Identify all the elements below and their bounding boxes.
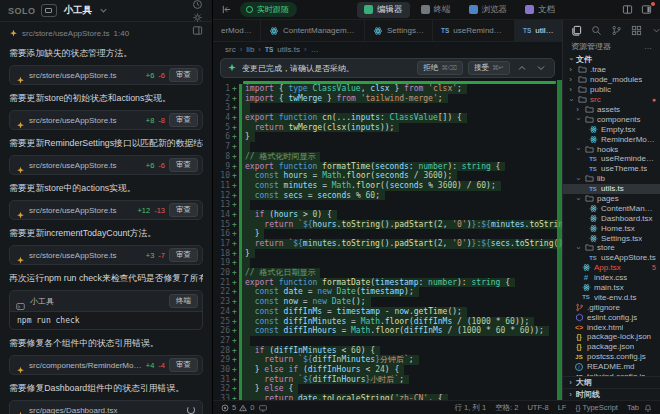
file-change-card[interactable]: src/store/useAppStore.ts +8 -8 审查 xyxy=(9,110,203,130)
file-tree-row[interactable]: › node_modules xyxy=(563,75,660,85)
view-tab-编辑器[interactable]: 编辑器 xyxy=(357,2,410,18)
accept-changes-button[interactable]: 接受⌘↵ xyxy=(468,61,510,75)
file-tree-row[interactable]: {} package-lock.json xyxy=(563,332,660,342)
code-line[interactable]: 16+ } xyxy=(213,229,562,239)
code-line[interactable]: 29+ return `${diffInMinutes}分钟后`; xyxy=(213,355,562,365)
review-button[interactable]: 审查 xyxy=(169,68,198,82)
code-line[interactable]: 8+// 格式化时间显示 xyxy=(213,152,562,162)
code-line[interactable]: 11+ const minutes = Math.floor((seconds … xyxy=(213,181,562,191)
file-tree-row[interactable]: {} package.json xyxy=(563,342,660,352)
file-tree-row[interactable]: main.tsx xyxy=(563,283,660,293)
file-tree-row[interactable]: › .trae xyxy=(563,65,660,75)
panel-right-icon[interactable] xyxy=(641,4,652,15)
view-tab-文档[interactable]: 文档 xyxy=(518,2,562,18)
code-line[interactable]: 9+export function formatTime(seconds: nu… xyxy=(213,162,562,172)
file-tree-row[interactable]: TS vite-env.d.ts xyxy=(563,292,660,302)
file-tree-row[interactable]: › pages xyxy=(563,194,660,204)
code-line[interactable]: 21+export function formatDate(timestamp:… xyxy=(213,278,562,288)
file-change-card[interactable]: src/components/ReminderModal.tsx +4 -4 审… xyxy=(9,355,203,375)
next-change-button[interactable] xyxy=(534,61,548,75)
status-item[interactable]: Tab xyxy=(627,403,639,412)
code-line[interactable]: 13+ xyxy=(213,200,562,210)
review-button[interactable]: 审查 xyxy=(169,358,198,372)
review-button[interactable]: 审查 xyxy=(169,203,198,217)
code-line[interactable]: 6+} xyxy=(213,132,562,142)
file-tree-row[interactable]: ReminderModal.tsx xyxy=(563,134,660,144)
code-line[interactable]: 26+ const diffInHours = Math.floor(diffI… xyxy=(213,326,562,336)
gear-icon[interactable] xyxy=(191,11,204,24)
blocks-icon[interactable] xyxy=(631,25,642,36)
file-tree-row[interactable]: App.tsx 5 xyxy=(563,263,660,273)
reject-changes-button[interactable]: 拒绝⌘⌫ xyxy=(417,61,463,75)
layout-icon[interactable] xyxy=(191,24,204,37)
file-tree-row[interactable]: › public xyxy=(563,85,660,95)
code-line[interactable]: 1+import { type ClassValue, clsx } from … xyxy=(213,84,562,94)
previous-change-button[interactable] xyxy=(515,61,529,75)
file-tree-row[interactable]: › lib xyxy=(563,174,660,184)
file-tree-row[interactable]: JS postcss.config.js xyxy=(563,352,660,362)
problems-indicator[interactable]: 5 0 xyxy=(221,403,254,412)
code-line[interactable]: 4+export function cn(...inputs: ClassVal… xyxy=(213,113,562,123)
files-section-header[interactable]: › 文件 xyxy=(563,53,660,65)
code-line[interactable]: 31+ return `${diffInHours}小时后`; xyxy=(213,375,562,385)
file-tree-row[interactable]: TS useAppStore.ts xyxy=(563,253,660,263)
editor-tab-useReminder.ts[interactable]: TSuseReminder.ts xyxy=(433,20,515,41)
view-tab-终端[interactable]: 终端 xyxy=(414,2,458,18)
code-line[interactable]: 17+ return `${minutes.toString().padStar… xyxy=(213,239,562,249)
code-line[interactable]: 14+ if (hours > 0) { xyxy=(213,210,562,220)
breadcrumb-item[interactable]: utils.ts xyxy=(277,45,300,54)
breadcrumb-item[interactable]: src xyxy=(225,45,236,54)
notifications-bell-icon[interactable] xyxy=(644,404,652,412)
overview-ruler[interactable] xyxy=(557,80,562,400)
code-line[interactable]: 27+ xyxy=(213,336,562,346)
chevron-down-icon[interactable] xyxy=(97,4,110,17)
timeline-section-header[interactable]: › 时间线 xyxy=(563,388,660,400)
live-follow-toggle[interactable]: 实时跟随 xyxy=(240,2,297,17)
status-item[interactable]: UTF-8 xyxy=(527,403,548,412)
code-line[interactable]: 25+ const diffInMinutes = Math.floor(dif… xyxy=(213,317,562,327)
breadcrumb[interactable]: src›lib›TSutils.ts›… xyxy=(213,42,562,56)
collapse-sidebar-icon[interactable] xyxy=(221,4,232,15)
file-tree-row[interactable]: TS useReminder.ts xyxy=(563,154,660,164)
status-item[interactable]: LF xyxy=(558,403,567,412)
file-change-card[interactable]: src/pages/Dashboard.tsx xyxy=(9,400,203,414)
code-line[interactable]: 2+import { twMerge } from 'tailwind-merg… xyxy=(213,94,562,104)
file-tree-row[interactable]: › assets xyxy=(563,105,660,115)
code-line[interactable]: 18+} xyxy=(213,249,562,259)
workspace-title[interactable]: 小工具 xyxy=(64,4,93,17)
file-change-card[interactable]: src/store/useAppStore.ts +6 -6 审查 xyxy=(9,65,203,85)
terminal-command-card[interactable]: 小工具 终端 npm run check xyxy=(9,290,203,330)
code-line[interactable]: 12+ const secs = seconds % 60; xyxy=(213,191,562,201)
file-tree-row[interactable]: eslint.config.js xyxy=(563,312,660,322)
code-line[interactable]: 20+// 格式化日期显示 xyxy=(213,268,562,278)
editor-tab-erModal.tsx[interactable]: erModal.tsx xyxy=(213,20,261,41)
status-item[interactable]: 行 1, 列 1 xyxy=(454,403,486,413)
editor-tab-ContentManagement.tsx[interactable]: ContentManagement.tsx xyxy=(261,20,365,41)
file-tree-row[interactable]: TS useTheme.ts xyxy=(563,164,660,174)
code-line[interactable]: 15+ return `${hours.toString().padStart(… xyxy=(213,220,562,230)
code-editor[interactable]: 1+import { type ClassValue, clsx } from … xyxy=(213,80,562,400)
code-line[interactable]: 24+ const diffInMs = timestamp - now.get… xyxy=(213,307,562,317)
file-tree-row[interactable]: › store xyxy=(563,243,660,253)
file-tree-row[interactable]: Dashboard.tsx xyxy=(563,213,660,223)
review-button[interactable]: 审查 xyxy=(169,113,198,127)
explorer-more-icon[interactable]: … xyxy=(644,42,652,51)
editor-tab-Settings.tsx[interactable]: Settings.tsx xyxy=(365,20,433,41)
search-icon[interactable] xyxy=(591,25,602,36)
editor-tab-utils.ts[interactable]: TSutils.ts× xyxy=(515,20,562,41)
file-tree-row[interactable]: ContentManagement.tsx xyxy=(563,203,660,213)
open-terminal-button[interactable]: 终端 xyxy=(169,294,198,308)
code-line[interactable]: 33+ return date.toLocaleString('zh-CN', … xyxy=(213,394,562,400)
file-tree-row[interactable]: # index.css xyxy=(563,273,660,283)
code-line[interactable]: 22+ const date = new Date(timestamp); xyxy=(213,287,562,297)
preview-icon[interactable] xyxy=(259,404,267,412)
workspace-icon[interactable] xyxy=(41,4,57,17)
code-line[interactable]: 10+ const hours = Math.floor(seconds / 3… xyxy=(213,171,562,181)
breadcrumb-item[interactable]: … xyxy=(311,45,319,54)
file-tree-row[interactable]: .gitignore xyxy=(563,302,660,312)
file-tree-row[interactable]: › components xyxy=(563,114,660,124)
breadcrumb-item[interactable]: lib xyxy=(246,45,254,54)
chat-message-list[interactable]: src/store/useAppStore.ts 1:40 需要添加缺失的状态管… xyxy=(0,22,212,414)
code-line[interactable]: 7+ xyxy=(213,142,562,152)
files-icon[interactable] xyxy=(571,25,582,36)
